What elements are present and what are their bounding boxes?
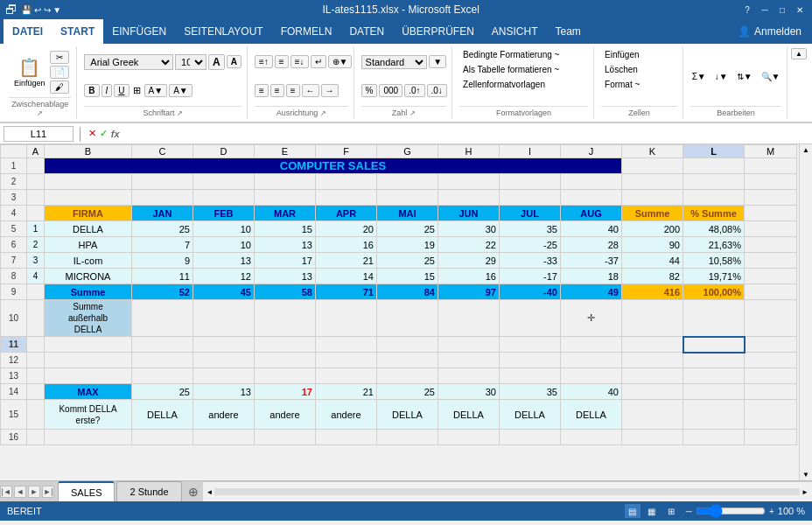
cell-j2[interactable] bbox=[561, 174, 622, 190]
menu-seitenlayout[interactable]: SEITENLAYOUT bbox=[175, 19, 271, 44]
cell-l9[interactable]: 100,00% bbox=[683, 284, 745, 300]
cell-l7[interactable]: 10,58% bbox=[683, 253, 745, 269]
cell-a12[interactable] bbox=[27, 353, 45, 368]
cell-m12[interactable] bbox=[745, 353, 797, 368]
maximize-btn[interactable]: □ bbox=[775, 3, 789, 17]
close-btn[interactable]: ✕ bbox=[793, 3, 807, 17]
cell-g6[interactable]: 19 bbox=[377, 237, 438, 253]
cell-d5[interactable]: 10 bbox=[193, 221, 255, 237]
cell-i9[interactable]: -40 bbox=[500, 284, 561, 300]
cell-l15[interactable] bbox=[683, 400, 745, 430]
page-layout-btn[interactable]: ▦ bbox=[644, 504, 660, 518]
cell-b3[interactable] bbox=[45, 190, 132, 206]
cell-d10[interactable] bbox=[193, 300, 255, 337]
cell-f3[interactable] bbox=[316, 190, 377, 206]
cell-e9[interactable]: 58 bbox=[255, 284, 316, 300]
cell-a16[interactable] bbox=[27, 430, 45, 445]
cell-i6[interactable]: -25 bbox=[500, 237, 561, 253]
cell-d3[interactable] bbox=[193, 190, 255, 206]
cell-f12[interactable] bbox=[316, 353, 377, 368]
cell-f4[interactable]: APR bbox=[316, 206, 377, 221]
cell-e13[interactable] bbox=[255, 368, 316, 384]
cell-k2[interactable] bbox=[622, 174, 683, 190]
cell-h13[interactable] bbox=[438, 368, 500, 384]
cell-e4[interactable]: MAR bbox=[255, 206, 316, 221]
cell-a3[interactable] bbox=[27, 190, 45, 206]
cell-k3[interactable] bbox=[622, 190, 683, 206]
cell-c7[interactable]: 9 bbox=[132, 253, 193, 269]
cell-b16[interactable] bbox=[45, 430, 132, 445]
cell-f13[interactable] bbox=[316, 368, 377, 384]
cell-g13[interactable] bbox=[377, 368, 438, 384]
cell-c4[interactable]: JAN bbox=[132, 206, 193, 221]
cell-f14[interactable]: 21 bbox=[316, 384, 377, 400]
cell-c2[interactable] bbox=[132, 174, 193, 190]
cell-c8[interactable]: 11 bbox=[132, 269, 193, 284]
cell-i15[interactable]: DELLA bbox=[500, 400, 561, 430]
cell-j13[interactable] bbox=[561, 368, 622, 384]
cell-l11-selected[interactable] bbox=[683, 337, 745, 353]
cell-b11[interactable] bbox=[45, 337, 132, 353]
einfuegen2-btn[interactable]: Einfügen bbox=[601, 48, 642, 61]
cell-l2[interactable] bbox=[683, 174, 745, 190]
cell-a2[interactable] bbox=[27, 174, 45, 190]
cell-l5[interactable]: 48,08% bbox=[683, 221, 745, 237]
cell-b1-title[interactable]: COMPUTER SALES bbox=[45, 158, 622, 174]
cell-i13[interactable] bbox=[500, 368, 561, 384]
cell-a15[interactable] bbox=[27, 400, 45, 430]
cell-c14[interactable]: 25 bbox=[132, 384, 193, 400]
zoom-slider[interactable] bbox=[696, 504, 766, 518]
als-tabelle-btn[interactable]: Als Tabelle formatieren ~ bbox=[459, 63, 563, 76]
cell-d16[interactable] bbox=[193, 430, 255, 445]
col-header-k[interactable]: K bbox=[622, 145, 683, 158]
vertical-scrollbar[interactable]: ▲ ▼ bbox=[799, 144, 812, 480]
menu-team[interactable]: Team bbox=[547, 19, 590, 44]
scroll-up-btn[interactable]: ▲ bbox=[801, 144, 811, 156]
cell-b7[interactable]: IL-com bbox=[45, 253, 132, 269]
cell-h9[interactable]: 97 bbox=[438, 284, 500, 300]
cell-d4[interactable]: FEB bbox=[193, 206, 255, 221]
cell-h5[interactable]: 30 bbox=[438, 221, 500, 237]
menu-ueberprufen[interactable]: ÜBERPRÜFEN bbox=[393, 19, 483, 44]
cell-j8[interactable]: 18 bbox=[561, 269, 622, 284]
cell-i4[interactable]: JUL bbox=[500, 206, 561, 221]
cell-a4[interactable] bbox=[27, 206, 45, 221]
cell-c3[interactable] bbox=[132, 190, 193, 206]
wrap-text-btn[interactable]: ↵ bbox=[311, 55, 326, 68]
dec-dec-btn[interactable]: .0↓ bbox=[427, 84, 447, 97]
cell-l13[interactable] bbox=[683, 368, 745, 384]
tab-prev-btn[interactable]: ◄ bbox=[14, 486, 26, 498]
cell-m13[interactable] bbox=[745, 368, 797, 384]
cell-d14[interactable]: 13 bbox=[193, 384, 255, 400]
bedingte-formatierung-btn[interactable]: Bedingte Formatierung ~ bbox=[459, 48, 563, 61]
cell-g16[interactable] bbox=[377, 430, 438, 445]
cell-j6[interactable]: 28 bbox=[561, 237, 622, 253]
cell-l16[interactable] bbox=[683, 430, 745, 445]
cell-h2[interactable] bbox=[438, 174, 500, 190]
cell-a14[interactable] bbox=[27, 384, 45, 400]
indent-dec-btn[interactable]: ← bbox=[302, 84, 319, 97]
cell-b12[interactable] bbox=[45, 353, 132, 368]
cell-e2[interactable] bbox=[255, 174, 316, 190]
confirm-formula-icon[interactable]: ✓ bbox=[100, 128, 108, 139]
cell-j5[interactable]: 40 bbox=[561, 221, 622, 237]
cell-e3[interactable] bbox=[255, 190, 316, 206]
zoom-out-btn[interactable]: ─ bbox=[686, 507, 692, 516]
cell-f11[interactable] bbox=[316, 337, 377, 353]
cell-d15[interactable]: andere bbox=[193, 400, 255, 430]
format-btn[interactable]: Format ~ bbox=[601, 78, 643, 91]
col-header-a[interactable]: A bbox=[27, 145, 45, 158]
scroll-right-btn[interactable]: ► bbox=[802, 488, 808, 496]
menu-einfuegen[interactable]: EINFÜGEN bbox=[103, 19, 175, 44]
cell-j12[interactable] bbox=[561, 353, 622, 368]
col-header-c[interactable]: C bbox=[132, 145, 193, 158]
cell-i10[interactable] bbox=[500, 300, 561, 337]
format-painter-btn[interactable]: 🖌 bbox=[50, 80, 69, 94]
sort-btn[interactable]: ⇅▼ bbox=[733, 70, 756, 83]
cell-m15[interactable] bbox=[745, 400, 797, 430]
cell-f8[interactable]: 14 bbox=[316, 269, 377, 284]
cell-a8[interactable]: 4 bbox=[27, 269, 45, 284]
align-right-btn[interactable]: ≡ bbox=[286, 84, 300, 97]
cell-c16[interactable] bbox=[132, 430, 193, 445]
cell-k12[interactable] bbox=[622, 353, 683, 368]
